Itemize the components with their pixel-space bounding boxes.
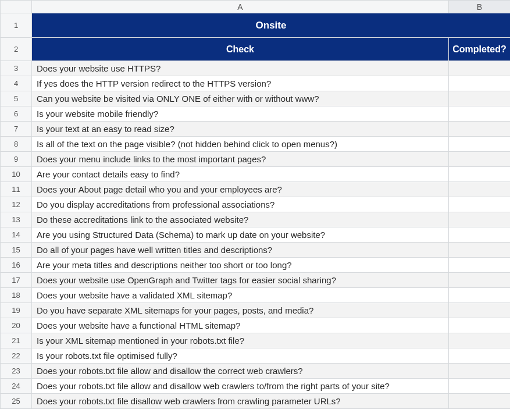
completed-cell[interactable] — [449, 76, 511, 91]
check-cell[interactable]: Is your website mobile friendly? — [32, 106, 449, 122]
table-row: 22Is your robots.txt file optimised full… — [1, 348, 511, 364]
check-cell[interactable]: Is all of the text on the page visible? … — [32, 137, 449, 152]
check-cell[interactable]: Does your website use HTTPS? — [32, 61, 449, 76]
table-row: 18Does your website have a validated XML… — [1, 288, 511, 303]
row-number[interactable]: 2 — [1, 38, 32, 61]
check-cell[interactable]: Do you display accreditations from profe… — [32, 197, 449, 212]
check-cell[interactable]: Is your text at an easy to read size? — [32, 122, 449, 137]
completed-cell[interactable] — [449, 152, 511, 167]
check-cell[interactable]: Does your robots.txt file allow and disa… — [32, 364, 449, 379]
row-number[interactable]: 22 — [1, 348, 32, 364]
row-number[interactable]: 16 — [1, 258, 32, 273]
row-number[interactable]: 24 — [1, 379, 32, 394]
row-number[interactable]: 11 — [1, 182, 32, 197]
completed-cell[interactable] — [449, 303, 511, 318]
row-number[interactable]: 13 — [1, 212, 32, 227]
row-number[interactable]: 14 — [1, 227, 32, 243]
check-cell[interactable]: Does your website use OpenGraph and Twit… — [32, 273, 449, 288]
table-row: 15Do all of your pages have well written… — [1, 243, 511, 258]
completed-header-cell[interactable]: Completed? — [449, 38, 511, 61]
row-number[interactable]: 12 — [1, 197, 32, 212]
completed-cell[interactable] — [449, 394, 511, 409]
section-title-cell[interactable]: Onsite — [32, 13, 511, 38]
table-row: 11Does your About page detail who you an… — [1, 182, 511, 197]
completed-cell[interactable] — [449, 61, 511, 76]
check-cell[interactable]: Is your XML sitemap mentioned in your ro… — [32, 333, 449, 348]
row-number[interactable]: 15 — [1, 243, 32, 258]
row-number[interactable]: 20 — [1, 318, 32, 333]
table-row: 16Are your meta titles and descriptions … — [1, 258, 511, 273]
row-number[interactable]: 18 — [1, 288, 32, 303]
row-number[interactable]: 8 — [1, 137, 32, 152]
table-row: 24Does your robots.txt file allow and di… — [1, 379, 511, 394]
table-row: 6Is your website mobile friendly? — [1, 106, 511, 122]
header-row-title: 1 Onsite — [1, 13, 511, 38]
check-cell[interactable]: Does your website have a functional HTML… — [32, 318, 449, 333]
spreadsheet[interactable]: A B 1 Onsite 2 Check Completed? 3Does yo… — [0, 0, 510, 409]
completed-cell[interactable] — [449, 258, 511, 273]
completed-cell[interactable] — [449, 227, 511, 243]
table-row: 7Is your text at an easy to read size? — [1, 122, 511, 137]
completed-cell[interactable] — [449, 122, 511, 137]
column-header-a[interactable]: A — [32, 1, 449, 13]
check-cell[interactable]: Do all of your pages have well written t… — [32, 243, 449, 258]
completed-cell[interactable] — [449, 91, 511, 106]
row-number[interactable]: 5 — [1, 91, 32, 106]
check-cell[interactable]: Can you website be visited via ONLY ONE … — [32, 91, 449, 106]
check-cell[interactable]: Do these accreditations link to the asso… — [32, 212, 449, 227]
table-row: 5Can you website be visited via ONLY ONE… — [1, 91, 511, 106]
completed-cell[interactable] — [449, 288, 511, 303]
completed-cell[interactable] — [449, 212, 511, 227]
check-cell[interactable]: If yes does the HTTP version redirect to… — [32, 76, 449, 91]
completed-cell[interactable] — [449, 348, 511, 364]
row-number[interactable]: 9 — [1, 152, 32, 167]
table-row: 23Does your robots.txt file allow and di… — [1, 364, 511, 379]
completed-cell[interactable] — [449, 167, 511, 182]
row-number[interactable]: 25 — [1, 394, 32, 409]
check-cell[interactable]: Does your About page detail who you and … — [32, 182, 449, 197]
completed-cell[interactable] — [449, 318, 511, 333]
row-number[interactable]: 7 — [1, 122, 32, 137]
check-cell[interactable]: Are your contact details easy to find? — [32, 167, 449, 182]
row-number[interactable]: 10 — [1, 167, 32, 182]
row-number[interactable]: 4 — [1, 76, 32, 91]
table-row: 4If yes does the HTTP version redirect t… — [1, 76, 511, 91]
row-number[interactable]: 6 — [1, 106, 32, 122]
row-number[interactable]: 1 — [1, 13, 32, 38]
check-cell[interactable]: Are you using Structured Data (Schema) t… — [32, 227, 449, 243]
check-cell[interactable]: Does your robots.txt file allow and disa… — [32, 379, 449, 394]
completed-cell[interactable] — [449, 197, 511, 212]
row-number[interactable]: 23 — [1, 364, 32, 379]
completed-cell[interactable] — [449, 243, 511, 258]
check-cell[interactable]: Is your robots.txt file optimised fully? — [32, 348, 449, 364]
table-row: 3Does your website use HTTPS? — [1, 61, 511, 76]
table-row: 12Do you display accreditations from pro… — [1, 197, 511, 212]
row-number[interactable]: 21 — [1, 333, 32, 348]
completed-cell[interactable] — [449, 379, 511, 394]
check-cell[interactable]: Are your meta titles and descriptions ne… — [32, 258, 449, 273]
check-cell[interactable]: Does your menu include links to the most… — [32, 152, 449, 167]
completed-cell[interactable] — [449, 137, 511, 152]
check-header-cell[interactable]: Check — [32, 38, 449, 61]
completed-cell[interactable] — [449, 182, 511, 197]
table-row: 20Does your website have a functional HT… — [1, 318, 511, 333]
completed-cell[interactable] — [449, 273, 511, 288]
completed-cell[interactable] — [449, 106, 511, 122]
row-number[interactable]: 19 — [1, 303, 32, 318]
check-cell[interactable]: Does your robots.txt file disallow web c… — [32, 394, 449, 409]
table-row: 14Are you using Structured Data (Schema)… — [1, 227, 511, 243]
row-number[interactable]: 17 — [1, 273, 32, 288]
table-row: 8Is all of the text on the page visible?… — [1, 137, 511, 152]
completed-cell[interactable] — [449, 333, 511, 348]
table-row: 10Are your contact details easy to find? — [1, 167, 511, 182]
table-row: 17Does your website use OpenGraph and Tw… — [1, 273, 511, 288]
table-row: 19Do you have separate XML sitemaps for … — [1, 303, 511, 318]
check-cell[interactable]: Do you have separate XML sitemaps for yo… — [32, 303, 449, 318]
row-number[interactable]: 3 — [1, 61, 32, 76]
corner-cell[interactable] — [1, 1, 32, 13]
column-letter-row: A B — [1, 1, 511, 13]
column-header-b[interactable]: B — [449, 1, 511, 13]
table-row: 21Is your XML sitemap mentioned in your … — [1, 333, 511, 348]
check-cell[interactable]: Does your website have a validated XML s… — [32, 288, 449, 303]
completed-cell[interactable] — [449, 364, 511, 379]
